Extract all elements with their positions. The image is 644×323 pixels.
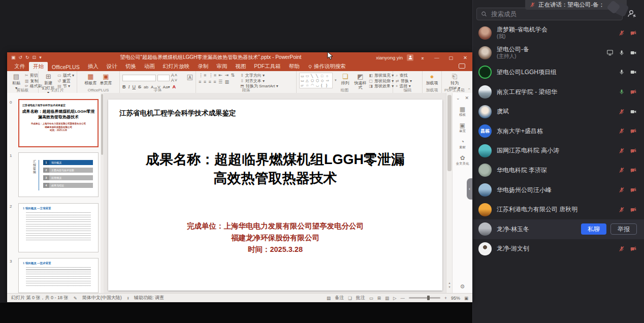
camera-icon[interactable] [630, 207, 637, 213]
mic-icon[interactable] [619, 89, 625, 95]
mic-icon[interactable] [619, 187, 625, 193]
camera-icon[interactable] [630, 148, 637, 154]
slideshow-icon[interactable]: ⊡ [33, 55, 37, 60]
arrange-button[interactable]: ❏ 排列 [339, 73, 352, 85]
layout-button[interactable]: ▭版式 ▾ [57, 73, 74, 78]
sorter-view-icon[interactable]: ⊞ [377, 296, 381, 301]
reset-button[interactable]: ↺重置 [57, 79, 74, 84]
text-direction-button[interactable]: ⇕文字方向 ▾ [240, 73, 278, 78]
tab-OfficePLUS[interactable]: OfficePLUS [48, 63, 84, 71]
account-avatar[interactable] [407, 54, 413, 61]
participant-row[interactable]: 华电电科院 李济琛 [472, 160, 644, 180]
accessibility-status[interactable]: 辅助功能: 调查 [134, 295, 164, 301]
participant-row[interactable]: 华电扬州公司汪小峰 [472, 180, 644, 200]
camera-icon[interactable] [630, 109, 637, 115]
zoom-level[interactable]: 95% [451, 296, 460, 301]
participant-row[interactable]: 龙净-林玉冬 私聊 举报 [472, 219, 644, 239]
report-button[interactable]: 举报 [610, 223, 637, 235]
notes-button[interactable]: 备注 [335, 295, 344, 301]
replace-button[interactable]: ⇄替换 ▾ [396, 79, 412, 84]
mic-icon[interactable] [619, 50, 625, 56]
normal-view-icon[interactable]: ▭ [369, 296, 373, 301]
camera-icon[interactable] [630, 246, 637, 252]
save-icon[interactable]: ▣ [11, 55, 16, 60]
participant-row[interactable]: 江苏利港电力有限公司 唐秋明 [472, 200, 644, 219]
tab-帮助[interactable]: 帮助 [285, 62, 304, 71]
participant-row[interactable]: 望电公司LGGH项目组 [472, 62, 644, 82]
quick-styles-button[interactable]: ◩ 快速样式 [354, 73, 367, 90]
tab-设计[interactable]: 设计 [103, 62, 121, 71]
tell-me-search-tab[interactable]: 操作说明搜索 [304, 62, 350, 71]
mic-icon[interactable] [619, 207, 625, 213]
chevron-down-icon[interactable]: ⌄ [456, 95, 460, 101]
camera-icon[interactable] [630, 187, 637, 193]
tab-切换[interactable]: 切换 [121, 62, 140, 71]
tab-文件[interactable]: 文件 [10, 62, 29, 71]
language-indicator[interactable]: 简体中文(中国大陆) [82, 295, 122, 301]
find-button[interactable]: ⌕查找 [396, 73, 412, 78]
mic-icon[interactable] [619, 167, 625, 173]
tab-视图[interactable]: 视图 [231, 62, 250, 71]
zoom-in-icon[interactable]: + [444, 296, 447, 301]
camera-icon[interactable] [630, 50, 637, 56]
close-button[interactable]: ✕ [460, 55, 470, 60]
tab-插入[interactable]: 插入 [84, 62, 103, 71]
shapes-gallery[interactable]: ▭⬭╲╲□○ ▭△⬠⬡◇⇨ ▱☆◠◡{} [299, 73, 333, 88]
camera-icon[interactable] [630, 89, 637, 95]
mic-icon[interactable] [619, 148, 625, 154]
alignment-icons[interactable]: ≡ ≡ ≡ ≡ ☰ ▥ [199, 79, 235, 84]
comments-bubble-icon[interactable] [459, 63, 465, 69]
font-size-box[interactable] [157, 75, 170, 81]
participant-row[interactable]: 龙净-游文钊 [472, 239, 644, 259]
participant-row[interactable]: 南京工程学院 - 梁绍华 [472, 82, 644, 102]
single-page-library-button[interactable]: ▣ 单页库 [100, 73, 113, 85]
prev-next-slide-buttons[interactable]: ▴▾ [447, 281, 452, 289]
gear-icon[interactable]: ⚙ [453, 283, 472, 290]
minimize-button[interactable]: — [432, 55, 442, 60]
undo-icon[interactable]: ↺ [19, 55, 23, 60]
current-slide[interactable]: 江苏省电机工程学会科学技术成果鉴定 成果名称：超超临界燃煤机组LGGH零泄漏 高… [108, 100, 442, 290]
camera-icon[interactable] [630, 69, 637, 75]
comments-icon[interactable]: ❏ [348, 296, 352, 301]
tab-幻灯片放映[interactable]: 幻灯片放映 [159, 62, 194, 71]
ribbon-display-options-icon[interactable]: ⌅ [417, 55, 428, 60]
slideshow-view-icon[interactable]: ▷ [393, 296, 397, 301]
reading-view-icon[interactable]: ▥ [385, 296, 389, 301]
tab-审阅[interactable]: 审阅 [212, 62, 231, 71]
notes-icon[interactable]: ▤ [327, 296, 331, 301]
align-text-button[interactable]: ⇳对齐文本 ▾ [240, 79, 278, 84]
tab-PDF工具箱[interactable]: PDF工具箱 [250, 62, 285, 71]
shape-outline-button[interactable]: ▢形状轮廓 ▾ [369, 79, 394, 84]
restore-button[interactable]: ▢ [446, 55, 456, 60]
fit-window-icon[interactable]: ▣ [464, 296, 468, 301]
thumbnail-slide-0[interactable]: 江苏省电机工程学会科学技术成果鉴定 成果名称：超超临界燃煤机组LGGH零泄漏高效… [18, 99, 99, 147]
mic-icon[interactable] [619, 69, 625, 75]
shapes-more-icon[interactable]: ▾ [335, 78, 337, 82]
clear-format-icon[interactable]: 🄰 [187, 75, 193, 81]
qat-dropdown-icon[interactable]: ▾ [39, 55, 42, 60]
participant-row[interactable]: 国网江苏电科院 高小涛 [472, 141, 644, 161]
participant-row[interactable]: 虞斌 [472, 102, 644, 121]
pen-icon[interactable]: ✎ [74, 296, 77, 301]
list-indent-icons[interactable]: ⋮≡ ⋮≡ ⇤ ⇥ ⇅ [199, 73, 235, 78]
redo-icon[interactable]: ↻ [25, 55, 29, 60]
comments-button[interactable]: 批注 [356, 295, 365, 301]
mic-icon[interactable] [619, 109, 625, 115]
camera-icon[interactable] [630, 128, 637, 134]
addins-button[interactable]: ● 加载项 [426, 73, 439, 85]
mic-icon[interactable] [619, 246, 625, 252]
tab-录制[interactable]: 录制 [194, 62, 212, 71]
sidebar-tool-模板[interactable]: ▦模板 [453, 106, 472, 117]
private-chat-button[interactable]: 私聊 [581, 223, 606, 235]
camera-icon[interactable] [630, 30, 637, 36]
mic-icon[interactable] [619, 128, 625, 134]
grow-shrink-font-icons[interactable]: A˄ A˅ [171, 73, 186, 83]
sidebar-tool-单页[interactable]: ▣单页 [453, 122, 472, 133]
shape-fill-button[interactable]: ◧形状填充 ▾ [369, 73, 394, 78]
tab-开始[interactable]: 开始 [29, 62, 48, 71]
search-input[interactable] [490, 10, 618, 18]
participant-row[interactable]: 唐梦颖-省电机学会 (我) [472, 23, 644, 43]
thumbnail-slide-2[interactable]: 1 项目概况 —立项背景 [18, 203, 99, 252]
zoom-out-icon[interactable]: — [400, 296, 405, 301]
panel-close-icon[interactable]: ✕ [465, 95, 469, 101]
